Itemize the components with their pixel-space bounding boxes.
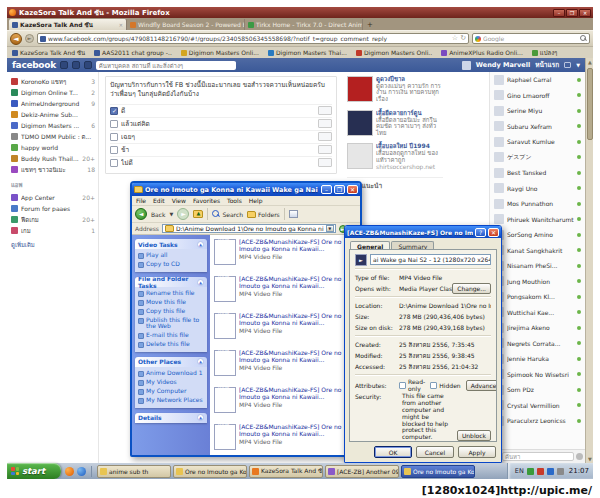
back-button[interactable] [10,33,22,45]
chat-contact[interactable]: Mos Punnathon [490,196,585,212]
chat-contact[interactable]: Jennie Haruka [490,351,585,367]
file-row[interactable]: [ACE-ZB&MunashiKaze-FS] Ore no Imouto ga… [214,387,350,420]
taskbar-clock[interactable]: 21:07 [569,467,589,475]
poll-option[interactable]: เฉยๆ [110,130,332,143]
volume-tray-icon[interactable] [557,468,564,475]
search-button[interactable]: Search [212,210,243,218]
chat-contact[interactable]: Best Tansked [490,165,585,181]
poll-option[interactable]: ไม่ดี [110,156,332,169]
chat-contact[interactable]: Nisanam PheSi... [490,258,585,274]
bookmark-item[interactable]: Digimon Masters Thai... [268,49,347,56]
firefox-titlebar[interactable]: KazeSora Talk And ซัน - Mozilla Firefox [7,7,593,18]
ok-button[interactable]: OK [374,446,412,458]
explorer-menu-item[interactable]: File [136,197,146,204]
place-link[interactable]: My Network Places [138,396,204,405]
chat-contact[interactable]: Raphael Carral [490,72,585,88]
messages-icon[interactable] [72,61,80,69]
sidebar-group-item[interactable]: AnimeUnderground 9 [11,98,95,109]
explorer-menu-item[interactable]: View [172,197,186,204]
page-scrollbar[interactable] [585,58,593,463]
url-text[interactable]: www.facebook.com/groups/479081148216790/… [48,35,450,42]
explorer-menu-item[interactable]: Edit [153,197,165,204]
apply-button[interactable]: Apply [458,446,496,458]
advanced-button[interactable]: Advanced... [466,380,497,391]
taskbar-window-button[interactable]: Ore no Imouto ga Ko... [401,465,475,478]
cancel-button[interactable]: Cancel [416,446,454,458]
taskbar-window-button[interactable]: Ore no Imouto ga Ko... [173,465,247,478]
hidden-checkbox[interactable] [430,382,437,389]
chat-contact[interactable]: Subaru Xefram [490,119,585,135]
ie-quicklaunch-icon[interactable] [77,467,86,476]
details-header[interactable]: Details [135,413,207,423]
chat-contact[interactable]: Wuttichai Kae... [490,305,585,321]
task-link[interactable]: E-mail this file [138,331,204,340]
bookmark-item[interactable]: Digimon Masters Onli... [181,49,259,56]
unblock-button[interactable]: Unblock [457,430,491,441]
explorer-back-icon[interactable] [135,208,147,220]
scroll-down-arrow[interactable] [586,455,593,463]
sidebar-group-item[interactable]: happy world [11,142,95,153]
address-dropdown-icon[interactable] [326,225,334,232]
properties-titlebar[interactable]: [ACE-ZB&MunashiKaze-FS] Ore no Imouto ga… [345,226,501,238]
sidebar-app-item[interactable]: เกม 1 [11,225,95,236]
firefox-quicklaunch-icon[interactable] [65,467,74,476]
see-more-link[interactable]: ดูเพิ่มเติม [11,240,95,250]
tab-close-icon[interactable] [119,22,123,28]
sidebar-group-item[interactable]: KoronoKo แชทๆ 3 [11,76,95,87]
task-link[interactable]: Play all [138,251,204,260]
chat-contact[interactable]: Raygi Uno [490,181,585,197]
chat-contact[interactable]: Gino Lmaoroff [490,88,585,104]
file-row[interactable]: [ACE-ZB&MunashiKaze-FS] Ore no Imouto ga… [214,313,350,346]
browser-tab[interactable]: Tirkx Home - Tirkx 7.0 - Direct Anime Do… [245,19,363,30]
collapse-chevron-icon[interactable] [197,358,204,365]
chat-contact[interactable]: Jung Mouthion [490,274,585,290]
notifications-icon[interactable] [84,61,92,69]
ad-item[interactable]: ดูดวงปีขาล ดูดวงแม่นๆ ความรัก การงาน การ… [347,76,443,103]
scroll-up-arrow[interactable] [586,58,593,66]
other-places-header[interactable]: Other Places [135,357,207,367]
bookmark-item[interactable]: AAS2011 chat group -.. [94,49,172,56]
collapse-chevron-icon[interactable] [197,279,204,286]
reload-icon[interactable]: ↻ [460,34,466,43]
address-path[interactable]: D:\Anime Download 1\Ore no Imouto ga Kon… [176,225,324,232]
change-button[interactable]: Change... [452,283,491,294]
bookmark-item[interactable]: KazeSora Talk And ซัน [12,48,85,58]
search-engine-label[interactable]: Google [483,35,578,42]
place-link[interactable]: Anime Download 1 [138,369,204,378]
facebook-logo[interactable]: facebook [12,60,56,70]
chat-contact[interactable]: Spimook No Wisetsri [490,367,585,383]
profile-name-link[interactable]: Wendy Marvell [476,61,530,69]
chat-contact[interactable]: Phiruek Wanitcharumt... [490,212,585,228]
explorer-menu-item[interactable]: Help [249,197,263,204]
facebook-search-input[interactable] [96,61,236,70]
ad-item[interactable]: เสื้อบอลใหม่ ปี1994 เสื้อบอลฤดูกาลใหม่ ข… [347,143,443,170]
sidebar-group-item[interactable]: TDMO DMM Public : ต... [11,131,95,142]
browser-tab[interactable]: Windfly Board Season 2 - Powered by Di..… [127,19,245,30]
file-row[interactable]: [ACE-ZB&MunashiKaze-FS] Ore no Imouto ga… [214,350,350,383]
taskbar-window-button[interactable]: anime sub th [97,465,171,478]
task-link[interactable]: Delete this file [138,340,204,349]
chat-contact[interactable]: Sorn PDz [490,382,585,398]
bookmark-item[interactable]: Digimon Masters Onli.. [356,49,432,56]
poll-checkbox[interactable] [110,107,118,115]
chat-contact[interactable]: Paraculxrz Leonicss [490,413,585,429]
folders-button[interactable]: Folders [247,211,280,218]
video-tasks-header[interactable]: Video Tasks [135,239,207,249]
place-link[interactable]: My Computer [138,387,204,396]
friend-requests-icon[interactable] [60,61,68,69]
poll-checkbox[interactable] [110,146,118,154]
chat-contact[interactable]: Negrets Corrata... [490,336,585,352]
profile-avatar[interactable] [462,61,471,70]
help-button[interactable] [475,228,486,237]
forward-button[interactable] [25,34,34,43]
explorer-back-label[interactable]: Back [151,211,166,218]
browser-tab[interactable]: KazeSora Talk And ซัน [9,19,127,30]
explorer-forward-icon[interactable] [177,208,189,220]
sidebar-group-item[interactable]: Buddy Rush Thail... 20+ [11,153,95,164]
file-tasks-header[interactable]: File and Folder Tasks [135,277,207,287]
explorer-titlebar[interactable]: Ore no Imouto ga Konna ni Kawaii Wake ga… [132,183,360,196]
chat-contact[interactable]: Jirejima Akeno [490,320,585,336]
close-button[interactable] [579,9,591,17]
readonly-checkbox[interactable] [399,382,406,389]
poll-option[interactable]: ดี [110,104,332,117]
